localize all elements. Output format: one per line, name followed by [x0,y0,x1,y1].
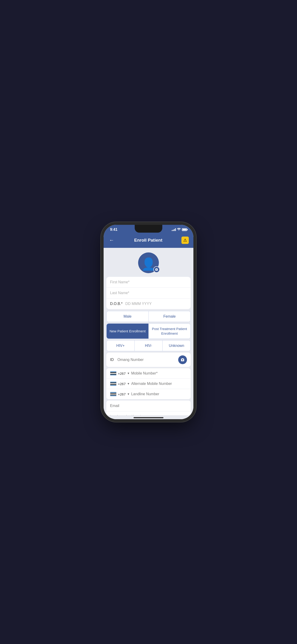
first-name-input[interactable] [110,280,187,284]
country-code-3: +267 [118,392,126,396]
mobile-field: +267 ▼ [106,368,191,379]
alt-mobile-field: +267 ▼ [106,379,191,389]
landline-input[interactable] [131,392,187,396]
botswana-flag-1 [110,371,116,376]
phone-frame: 9:41 ← Enroll Patient ⚠ 👤 [104,225,194,419]
email-location-card [106,400,191,415]
landline-field: +267 ▼ [106,389,191,399]
country-code-2: +267 [118,382,126,386]
avatar-wrapper: 👤 [138,252,159,273]
app-header: ← Enroll Patient ⚠ [104,234,194,248]
id-camera-button[interactable] [178,356,187,364]
signal-icon [172,228,176,231]
alt-mobile-input[interactable] [131,382,187,386]
dropdown-arrow-3[interactable]: ▼ [127,392,130,396]
phone-fields-card: +267 ▼ +267 ▼ [106,368,191,399]
id-input[interactable] [118,358,176,362]
hiv-section: HIV+ HIV- Unknown [106,340,191,351]
hiv-positive-button[interactable]: HIV+ [106,340,135,351]
female-button[interactable]: Female [149,311,191,322]
country-code-1: +267 [118,372,126,376]
id-field-row: ID [106,353,191,367]
dob-label: D.O.B.* [110,302,122,306]
post-treatment-button[interactable]: Post Treatment Patient Enrollment [148,324,190,338]
botswana-flag-2 [110,382,116,386]
notch [135,225,162,233]
camera-icon [155,268,158,271]
dropdown-arrow-2[interactable]: ▼ [127,382,130,385]
id-label: ID [110,358,116,362]
home-bar [134,417,164,418]
email-field [106,400,191,411]
mobile-input[interactable] [131,371,187,376]
id-camera-icon [180,358,185,362]
email-input[interactable] [110,404,187,408]
enrollment-section: New Patient Enrollment Post Treatment Pa… [106,324,191,339]
status-time: 9:41 [110,228,118,232]
status-icons [172,228,187,232]
last-name-field [106,288,191,298]
wifi-icon [177,228,181,232]
male-button[interactable]: Male [106,311,149,322]
avatar-camera-button[interactable] [153,266,160,273]
new-enrollment-button[interactable]: New Patient Enrollment [106,324,148,338]
battery-icon [182,228,187,231]
location-field [106,411,191,415]
page-title: Enroll Patient [115,238,182,243]
dropdown-arrow-1[interactable]: ▼ [127,372,130,375]
back-button[interactable]: ← [108,236,115,244]
botswana-flag-3 [110,392,116,396]
warning-button[interactable]: ⚠ [182,236,189,244]
hiv-unknown-button[interactable]: Unknown [162,340,190,351]
hiv-negative-button[interactable]: HIV- [135,340,163,351]
name-fields-card: D.O.B.* [106,277,191,309]
gender-section: Male Female [106,311,191,322]
first-name-field [106,277,191,288]
last-name-input[interactable] [110,291,187,295]
dob-input[interactable] [125,302,187,306]
home-indicator [104,415,194,419]
avatar-section: 👤 [104,248,194,277]
dob-field: D.O.B.* [106,298,191,309]
form-content: 👤 D.O.B.* [104,248,194,415]
